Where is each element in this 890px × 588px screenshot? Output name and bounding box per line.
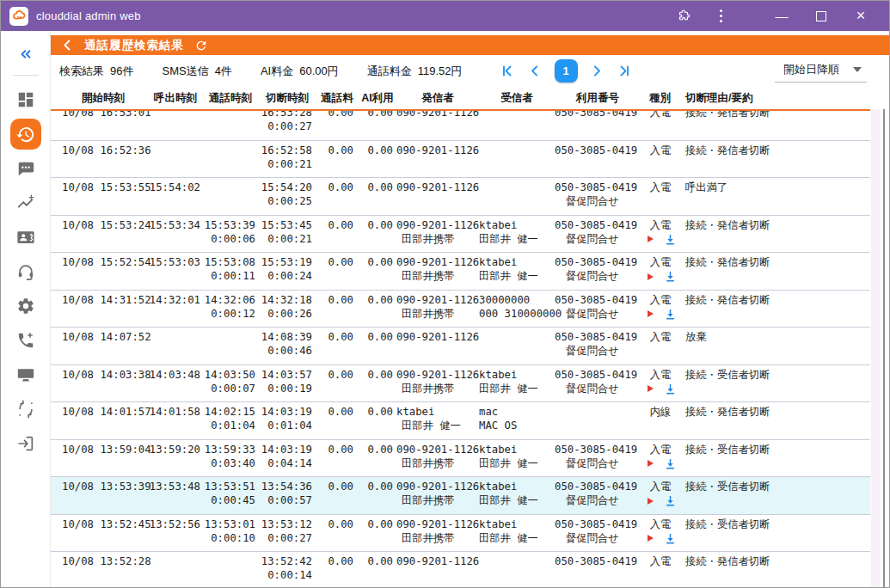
table-row[interactable]: 10/08 15:53:5515:54:0215:54:200:00:250.0… <box>51 178 870 216</box>
last-page-button[interactable] <box>616 64 631 79</box>
table-row[interactable]: 10/08 13:52:4513:52:5613:53:010:00:1013:… <box>51 515 870 553</box>
cell-talk-time <box>202 144 259 178</box>
download-recording-button[interactable] <box>664 532 677 548</box>
table-row[interactable]: 10/08 13:52:2813:52:420:00:140.000.00090… <box>51 552 870 588</box>
col-header-number: 利用番号 <box>555 91 641 106</box>
download-recording-button[interactable] <box>664 383 677 399</box>
back-button[interactable] <box>61 39 74 52</box>
cell-disconnect-reason: 接続・発信者切断 <box>680 111 870 140</box>
sidebar-item-analytics[interactable] <box>10 187 41 218</box>
sidebar-item-dashboard[interactable] <box>10 84 41 115</box>
cell-start-time: 10/08 13:53:39 <box>58 480 149 514</box>
table-row[interactable]: 10/08 16:53:0116:53:280:00:270.000.00090… <box>51 111 870 141</box>
sidebar-item-support[interactable] <box>10 256 41 287</box>
cell-ai-usage: 0.00 <box>359 181 396 215</box>
table-header: 開始時刻 呼出時刻 通話時刻 切断時刻 通話料 AI利用 発信者 受信者 利用番… <box>51 87 870 111</box>
play-recording-button[interactable] <box>645 496 655 510</box>
maximize-button[interactable] <box>801 3 841 29</box>
play-icon <box>645 383 655 397</box>
menu-kebab-icon[interactable] <box>706 4 735 28</box>
download-recording-button[interactable] <box>664 233 677 249</box>
download-icon <box>664 308 677 324</box>
close-button[interactable]: × <box>841 3 881 29</box>
main-content: 通話履歴検索結果 検索結果96件 SMS送信4件 AI料金60.00円 通話料金… <box>51 31 889 588</box>
cell-call-type: 入電 <box>641 443 680 477</box>
download-recording-button[interactable] <box>664 270 677 286</box>
sidebar-collapse-button[interactable] <box>10 41 41 67</box>
history-icon <box>15 125 35 144</box>
play-recording-button[interactable] <box>645 458 655 472</box>
sidebar-item-sync[interactable] <box>10 394 41 425</box>
cell-disconnect-time: 14:03:190:04:14 <box>259 443 316 477</box>
app-window: clouddial admin web — × <box>0 0 890 588</box>
sidebar-item-contacts[interactable] <box>10 222 41 253</box>
chevrons-left-icon <box>18 46 34 62</box>
sidebar-item-logout[interactable] <box>10 428 41 459</box>
refresh-button[interactable] <box>194 39 208 52</box>
next-page-button[interactable] <box>589 64 605 79</box>
cell-receiver: ktabei田部井 健一 <box>479 443 555 477</box>
cell-ai-usage: 0.00 <box>359 368 396 402</box>
cell-ring-time: 13:59:20 <box>149 443 202 477</box>
play-recording-button[interactable] <box>645 533 655 547</box>
table-row[interactable]: 10/08 16:52:3616:52:580:00:210.000.00090… <box>51 141 870 179</box>
sidebar-item-add-call[interactable] <box>10 325 41 356</box>
cell-call-type: 入電 <box>641 518 680 552</box>
download-recording-button[interactable] <box>664 457 677 474</box>
cell-disconnect-reason: 接続・発信者切断 <box>680 144 870 178</box>
cell-disconnect-time: 16:53:280:00:27 <box>259 111 316 140</box>
cell-ring-time: 13:52:56 <box>149 518 202 552</box>
minimize-button[interactable]: — <box>762 3 801 29</box>
sidebar-item-devices[interactable] <box>10 359 41 390</box>
table-row[interactable]: 10/08 14:31:5214:32:0114:32:060:00:1214:… <box>51 291 870 328</box>
col-header-reason: 切断理由/要約 <box>680 91 870 106</box>
table-row[interactable]: 10/08 15:52:5415:53:0315:53:080:00:1115:… <box>51 253 870 291</box>
cell-ai-usage: 0.00 <box>359 480 396 514</box>
cell-receiver: ktabei田部井 健一 <box>479 518 555 552</box>
play-recording-button[interactable] <box>645 272 655 285</box>
scrollbar-thumb[interactable] <box>883 109 885 588</box>
play-recording-button[interactable] <box>645 309 655 322</box>
table-row[interactable]: 10/08 15:53:2415:53:3415:53:390:00:0615:… <box>51 216 870 254</box>
sidebar-item-settings[interactable] <box>10 291 41 322</box>
cell-talk-time <box>202 111 259 140</box>
sidebar-item-sms[interactable] <box>10 153 41 184</box>
cell-call-type: 入電 <box>641 480 680 514</box>
cell-disconnect-time: 13:54:360:00:57 <box>259 480 316 514</box>
table-row[interactable]: 10/08 14:07:5214:08:390:00:460.000.00090… <box>51 328 870 365</box>
play-recording-button[interactable] <box>645 234 655 248</box>
table-row[interactable]: 10/08 14:03:3814:03:4814:03:500:00:0714:… <box>51 365 870 403</box>
cell-call-fee: 0.00 <box>316 554 359 588</box>
download-recording-button[interactable] <box>664 308 677 324</box>
table-row[interactable]: 10/08 14:01:5714:01:5814:02:150:01:0414:… <box>51 402 870 440</box>
stat-call-fee: 通話料金119.52円 <box>367 64 463 79</box>
cell-receiver: ktabei田部井 健一 <box>479 480 555 514</box>
scrollbar-track[interactable] <box>871 109 881 588</box>
cell-receiver: 30000000000 310000000 <box>479 293 555 328</box>
current-page-button[interactable]: 1 <box>555 59 578 83</box>
cell-call-fee: 0.00 <box>316 181 359 215</box>
titlebar: clouddial admin web — × <box>1 1 889 31</box>
cell-number: 050-3085-0419督促問合せ <box>555 480 641 514</box>
cell-talk-time: 15:53:390:00:06 <box>202 218 259 253</box>
first-page-button[interactable] <box>501 64 517 79</box>
col-header-ring-time: 呼出時刻 <box>149 91 202 106</box>
cell-disconnect-time: 15:53:450:00:21 <box>259 218 316 253</box>
play-recording-button[interactable] <box>645 383 655 397</box>
sidebar-item-call-history[interactable] <box>10 119 41 150</box>
table-row[interactable]: 10/08 13:53:3913:53:4813:53:510:00:4513:… <box>51 477 870 515</box>
cell-call-fee: 0.00 <box>316 518 359 552</box>
sort-order-select[interactable]: 開始日降順 <box>775 59 867 83</box>
play-icon <box>645 496 655 510</box>
stats-bar: 検索結果96件 SMS送信4件 AI料金60.00円 通話料金119.52円 1 <box>51 55 889 87</box>
app-body: 通話履歴検索結果 検索結果96件 SMS送信4件 AI料金60.00円 通話料金… <box>1 31 889 588</box>
cell-number: 050-3085-0419 <box>555 144 641 178</box>
cell-call-type: 入電 <box>641 144 680 178</box>
cell-ai-usage: 0.00 <box>359 405 396 439</box>
download-recording-button[interactable] <box>664 494 677 511</box>
extensions-icon[interactable] <box>669 4 698 28</box>
prev-page-button[interactable] <box>528 64 543 79</box>
cell-start-time: 10/08 13:52:28 <box>58 554 149 588</box>
contact-phone-icon <box>16 228 35 247</box>
table-row[interactable]: 10/08 13:59:0413:59:2013:59:330:03:4014:… <box>51 440 870 478</box>
